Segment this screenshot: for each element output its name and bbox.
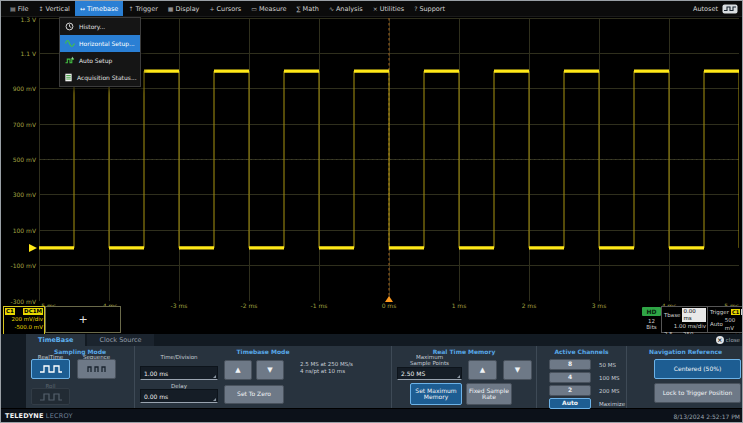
section-real-time-memory: Real Time Memory Maximum Sample Points 2… [391,346,536,408]
set-to-zero-button[interactable]: Set To Zero [224,385,284,404]
centered-label: Centered (50%) [674,366,722,373]
section-timebase-mode: Timebase Mode Time/Division 1.00 ms ▲ ▼ … [134,346,391,408]
menu-item-label: Cursors [217,5,242,13]
active-channels-row: 4100 MS [549,372,619,383]
max-sample-points-label2: Sample Points [397,360,462,366]
trigger-level: 500 mV [725,316,743,332]
sequence-mode-button[interactable] [77,359,116,379]
channel1-descriptor-box[interactable]: C1 DC1M 200 mV/div -500.0 mV [3,306,45,335]
add-trace-button[interactable]: + [45,306,121,333]
menu-item-label: Support [419,5,445,13]
horizontal-setup-icon [64,39,75,48]
menu-item-display[interactable]: ▦Display [163,1,205,16]
up-arrow-icon: ▲ [235,367,240,374]
time-division-decrease-button[interactable]: ▼ [256,360,284,380]
set-maximum-memory-button[interactable]: Set Maximum Memory [410,383,462,405]
lock-to-trigger-label: Lock to Trigger Position [663,390,732,397]
active-channels-2-button[interactable]: 2 [549,385,591,396]
y-axis-tick-label: -300 mV [1,298,36,305]
centered-button[interactable]: Centered (50%) [654,359,741,379]
autoset-area: Autoset [693,0,738,18]
roll-mode-button[interactable] [31,388,70,405]
active-channels-4-button[interactable]: 4 [549,372,591,383]
delay-field[interactable]: 0.00 ms [140,389,218,403]
y-axis-tick-label: 100 mV [1,227,36,234]
timebase-summary-box[interactable]: Tbase 0.00 ms 1.00 ms/div 2.5 MS 250 MS/… [661,306,709,333]
oscilloscope-screen: ▤File↕Vertical↔Timebase↑Trigger▦Display+… [0,0,743,423]
hd-badge: HD [642,307,661,316]
menu-item-analysis[interactable]: ∿Analysis [324,1,368,16]
menu-item-acquisition-status[interactable]: Acquisition Status... [60,69,140,86]
timebase-icon: ↔ [80,5,85,12]
menu-item-label: Vertical [46,5,70,13]
trigger-summary-box[interactable]: Trigger C1 DC Auto 500 mV Edge Positive [707,306,743,333]
y-axis-tick-label: 500 mV [1,156,36,163]
menu-item-utilities[interactable]: ×Utilities [368,1,410,16]
menu-items: ▤File↕Vertical↔Timebase↑Trigger▦Display+… [5,1,450,16]
utilities-icon: × [373,5,378,12]
down-arrow-icon: ▼ [515,367,520,374]
tbase-per-div: 1.00 ms/div [674,322,706,330]
trigger-time-marker[interactable] [385,296,393,302]
menu-item-label: Math [303,5,319,13]
menu-item-timebase[interactable]: ↔Timebase [75,1,123,16]
y-axis-tick-label: 700 mV [1,121,36,128]
lock-to-trigger-position-button[interactable]: Lock to Trigger Position [654,383,741,403]
history-clock-icon [64,22,75,31]
menu-item-label: Analysis [336,5,363,13]
channel1-scale: 200 mV/div [5,315,43,323]
waveform-plot [39,18,739,301]
down-arrow-icon: ▼ [267,367,272,374]
x-axis-tick-label: 1 ms [449,302,469,309]
menu-item-measure[interactable]: ▭Measure [246,1,291,16]
menu-item-auto-setup[interactable]: Auto Setup [60,52,140,69]
y-axis-tick-label: 1.3 V [1,16,36,23]
lecroy-logo-icon[interactable] [722,0,738,18]
channel1-ground-level-marker[interactable] [29,244,37,252]
c1-trace-edges [39,71,739,248]
close-icon: × [716,336,724,344]
active-channels-auto-button[interactable]: Auto [549,398,591,409]
max-sample-points-increase-button[interactable]: ▲ [468,360,497,380]
timebase-info-text: 2.5 MS at 250 MS/s 4 ns/pt at 10 ms [300,361,353,375]
menu-item-trigger[interactable]: ↑Trigger [123,1,162,16]
max-sample-points-field[interactable]: 2.50 MS [397,367,462,380]
menu-item-history[interactable]: History... [60,18,140,35]
x-axis-tick-label: 2 ms [519,302,539,309]
fixed-sample-rate-button[interactable]: Fixed Sample Rate [466,383,512,405]
menu-item-horizontal-setup[interactable]: Horizontal Setup... [60,35,140,52]
section-navigation-reference: Navigation Reference Centered (50%) Lock… [626,346,743,408]
time-division-field[interactable]: 1.00 ms [140,366,218,380]
autoset-button[interactable]: Autoset [693,5,718,13]
tab-timebase[interactable]: TimeBase [26,334,85,346]
menu-item-support[interactable]: ?Support [409,1,450,16]
set-to-zero-label: Set To Zero [237,391,271,398]
dropdown-item-label: History... [79,23,105,30]
section-sampling-mode: Sampling Mode RealTime Sequence Roll [26,346,134,408]
footer-bar: TELEDYNE LECROY 8/13/2024 2:52:17 PM [1,409,743,423]
realtime-mode-button[interactable] [31,359,70,379]
channel1-descriptor-top: C1 DC1M [5,308,43,315]
menu-item-label: Utilities [380,5,404,13]
active-channels-row: 2200 MS [549,385,619,396]
tab-clock-source[interactable]: Clock Source [87,334,153,346]
menu-item-math[interactable]: ∑Math [292,1,324,16]
dialog-close-button[interactable]: × close [716,336,740,344]
hd-indicator: HD 12 Bits [642,307,661,330]
menu-item-file[interactable]: ▤File [5,1,34,16]
timebase-dropdown-menu: History...Horizontal Setup...Auto SetupA… [59,17,141,87]
time-division-increase-button[interactable]: ▲ [224,360,252,380]
bits-label: 12 Bits [642,318,661,330]
max-sample-points-decrease-button[interactable]: ▼ [503,360,532,380]
dropdown-item-label: Acquisition Status... [77,74,137,81]
close-label: close [726,337,740,343]
x-axis-tick-label: -2 ms [239,302,259,309]
active-channels-8-button[interactable]: 8 [549,359,591,370]
navigation-reference-title: Navigation Reference [627,348,743,355]
active-channels-title: Active Channels [537,348,626,355]
menu-item-vertical[interactable]: ↕Vertical [34,1,75,16]
x-axis-tick-label: 0 ms [379,302,399,309]
fixed-sample-rate-label: Fixed Sample Rate [468,388,510,401]
display-icon: ▦ [168,5,174,12]
menu-item-cursors[interactable]: +Cursors [204,1,246,16]
